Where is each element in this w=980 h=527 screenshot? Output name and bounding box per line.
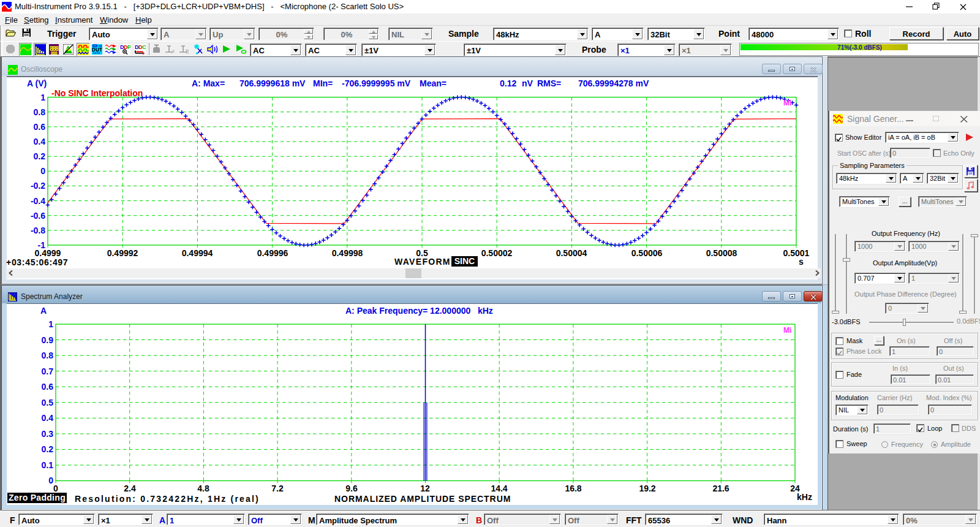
svg-text:C: C bbox=[142, 44, 146, 50]
svg-text:A: A bbox=[172, 48, 175, 54]
svg-text:DUT: DUT bbox=[92, 47, 102, 53]
svg-text:B: B bbox=[186, 48, 189, 54]
svg-text:P: P bbox=[127, 44, 130, 50]
svg-text:888: 888 bbox=[51, 51, 58, 55]
